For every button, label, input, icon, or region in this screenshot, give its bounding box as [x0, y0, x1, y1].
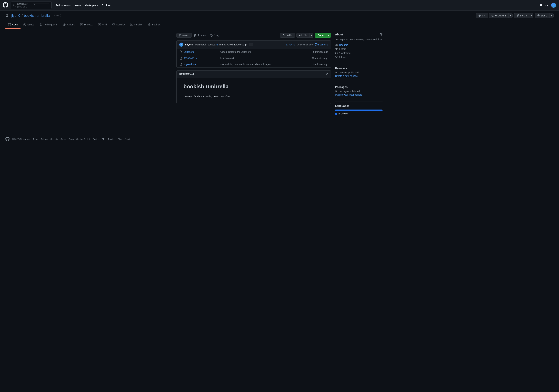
- owner-link[interactable]: njlyon0: [9, 14, 20, 18]
- footer-status[interactable]: Status: [61, 138, 66, 140]
- unwatch-dropdown[interactable]: [509, 13, 512, 18]
- commits-history-link[interactable]: 5 commits: [315, 43, 328, 46]
- footer-logo: [5, 137, 9, 141]
- branch-chevron: [188, 34, 189, 37]
- file-icon: [179, 51, 182, 53]
- packages-section: Packages No packages published Publish y…: [335, 86, 382, 96]
- footer-contact[interactable]: Contact GitHub: [76, 138, 90, 140]
- chevron-down-icon: [547, 4, 548, 7]
- add-file-group: Add file: [297, 33, 313, 38]
- footer-github-icon: [5, 137, 9, 141]
- pencil-icon: [326, 73, 328, 75]
- tab-wiki[interactable]: Wiki: [95, 21, 109, 29]
- footer-about[interactable]: About: [125, 138, 130, 140]
- branch-count-link[interactable]: 1 branch: [194, 34, 207, 37]
- gear-icon: [380, 33, 382, 36]
- lang-name-r: R: [338, 112, 340, 115]
- branch-icon: [179, 34, 181, 37]
- tab-settings[interactable]: Settings: [145, 21, 163, 29]
- commit-sha[interactable]: 07784fa: [286, 43, 295, 46]
- tab-security[interactable]: Security: [110, 21, 128, 29]
- star-dropdown[interactable]: [550, 13, 554, 18]
- commit-author[interactable]: njlyon0: [185, 43, 193, 46]
- code-button[interactable]: Code: [315, 33, 326, 38]
- star-group: Star 0: [535, 13, 554, 18]
- file-table: .gitignore Added .Rproj to the .gitignor…: [177, 49, 331, 68]
- footer-docs[interactable]: Docs: [69, 138, 74, 140]
- star-label: Star: [541, 14, 545, 17]
- publish-package-link[interactable]: Publish your first package: [335, 93, 362, 96]
- site-footer: © 2022 GitHub, Inc. Terms Privacy Securi…: [0, 131, 559, 147]
- file-row: my-script.R Streamlining how we list out…: [177, 61, 331, 67]
- tag-count-link[interactable]: 0 tags: [210, 34, 220, 37]
- fork-dropdown[interactable]: [529, 13, 533, 18]
- commit-more-button[interactable]: ...: [249, 43, 253, 46]
- readme-edit-button[interactable]: [326, 73, 328, 76]
- nav-pull-requests[interactable]: Pull requests: [56, 4, 71, 7]
- tab-issues[interactable]: Issues: [20, 21, 37, 29]
- footer-privacy[interactable]: Privacy: [41, 138, 48, 140]
- languages-section: Languages R 100.0%: [335, 104, 382, 115]
- pr-icon: [40, 23, 42, 26]
- commit-pr-link[interactable]: #1: [215, 43, 218, 46]
- tab-code[interactable]: Code: [5, 21, 20, 29]
- file-name-1[interactable]: README.md: [184, 57, 218, 59]
- repo-icon: [5, 14, 8, 17]
- footer-terms[interactable]: Terms: [33, 138, 38, 140]
- file-name-0[interactable]: .gitignore: [184, 51, 218, 53]
- add-file-dropdown[interactable]: [309, 33, 313, 38]
- file-name-2[interactable]: my-script.R: [184, 63, 218, 66]
- footer-api[interactable]: API: [102, 138, 105, 140]
- tab-security-label: Security: [116, 23, 125, 26]
- fork-button[interactable]: Fork 0: [514, 13, 529, 18]
- add-file-button[interactable]: Add file: [297, 33, 309, 38]
- file-row: .gitignore Added .Rproj to the .gitignor…: [177, 49, 331, 55]
- pin-icon: [478, 14, 481, 17]
- chevron-down-icon: [328, 34, 329, 37]
- footer-pricing[interactable]: Pricing: [93, 138, 99, 140]
- repo-tabs: Code Issues Pull requests Actions Projec…: [0, 21, 559, 29]
- footer-security[interactable]: Security: [50, 138, 58, 140]
- star-icon: [537, 14, 540, 17]
- file-icon: [179, 63, 182, 66]
- tab-insights[interactable]: Insights: [128, 21, 145, 29]
- notifications-button[interactable]: [540, 4, 542, 7]
- lang-dot-r: [335, 113, 337, 115]
- unwatch-button[interactable]: Unwatch 1: [489, 13, 509, 18]
- footer-training[interactable]: Training: [108, 138, 115, 140]
- eye-icon: [492, 14, 494, 17]
- about-section: About Test repo for demonstrating branch…: [335, 33, 382, 58]
- sidebar-readme-item: Readme: [335, 44, 382, 46]
- sidebar-stars-item: 0 stars: [335, 48, 382, 50]
- footer-links: Terms Privacy Security Status Docs Conta…: [33, 138, 130, 140]
- repo-name-link[interactable]: bookish-umbrella: [24, 14, 50, 18]
- user-avatar[interactable]: N: [551, 2, 556, 8]
- star-button[interactable]: Star 0: [535, 13, 550, 18]
- search-box[interactable]: Search or jump to... /: [11, 1, 52, 9]
- github-logo[interactable]: [3, 2, 8, 8]
- nav-issues[interactable]: Issues: [74, 4, 81, 7]
- create-release-link[interactable]: Create a new release: [335, 75, 358, 77]
- code-dropdown[interactable]: [326, 33, 331, 38]
- tab-projects[interactable]: Projects: [77, 21, 96, 29]
- commit-time: 36 seconds ago: [297, 43, 313, 46]
- add-button[interactable]: +: [545, 4, 548, 7]
- nav-explore[interactable]: Explore: [102, 4, 110, 7]
- tab-code-label: Code: [12, 23, 18, 26]
- tab-insights-label: Insights: [134, 23, 142, 26]
- branch-selector[interactable]: main: [177, 33, 192, 38]
- pin-button[interactable]: Pin: [476, 13, 488, 18]
- shield-icon: [112, 23, 115, 26]
- tab-pull-requests[interactable]: Pull requests: [37, 21, 60, 29]
- file-time-1: 13 minutes ago: [312, 57, 328, 59]
- no-packages-text: No packages published: [335, 90, 382, 93]
- tab-actions[interactable]: Actions: [60, 21, 77, 29]
- nav-marketplace[interactable]: Marketplace: [85, 4, 98, 7]
- readme-link[interactable]: Readme: [339, 44, 348, 46]
- code-button-group: Code: [315, 33, 331, 38]
- go-to-file-button[interactable]: Go to file: [280, 33, 295, 38]
- chevron-down-icon: [551, 14, 552, 17]
- about-gear-button[interactable]: [380, 33, 382, 36]
- branch-count: 1 branch: [198, 34, 207, 37]
- footer-blog[interactable]: Blog: [118, 138, 122, 140]
